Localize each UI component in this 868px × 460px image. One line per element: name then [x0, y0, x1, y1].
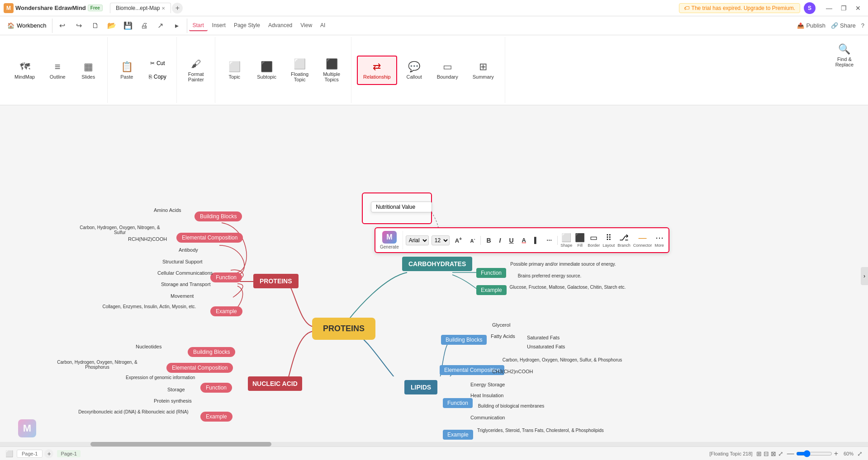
carb-brains-text: Brains preferred energy source.: [504, 273, 595, 278]
decrease-font-button[interactable]: A-: [467, 235, 478, 245]
increase-font-button[interactable]: A+: [452, 235, 465, 245]
summary-button[interactable]: ⊞ Summary: [467, 56, 499, 84]
avatar[interactable]: S: [804, 2, 816, 14]
nav-tab-insert[interactable]: Insert: [209, 20, 229, 31]
subtopic-button[interactable]: ⬛ Subtopic: [251, 56, 282, 84]
fit-view-icon[interactable]: ⊞: [756, 450, 762, 457]
carbohydrates-node[interactable]: CARBOHYDRATES: [402, 257, 472, 271]
nav-tab-advanced[interactable]: Advanced: [265, 20, 296, 31]
more-tools-button[interactable]: ▸: [169, 19, 185, 32]
add-tab-button[interactable]: +: [172, 3, 183, 14]
export-button[interactable]: ↗: [152, 19, 169, 32]
lipids-node[interactable]: LIPIDS: [404, 380, 437, 394]
outline-button[interactable]: ≡ Outline: [44, 56, 71, 84]
workbench-button[interactable]: 🏠 Workbench: [4, 20, 50, 31]
multiple-topics-button[interactable]: ⬛ MultipleTopics: [318, 54, 346, 87]
proteins-ec-node[interactable]: Elemental Composition: [176, 233, 243, 243]
layout-icon: ⠿: [606, 233, 612, 243]
print-button[interactable]: 🖨: [136, 20, 152, 32]
nav-tab-view[interactable]: View: [297, 20, 316, 31]
nucleic-fn-node[interactable]: Function: [200, 383, 232, 393]
zoom-in-icon[interactable]: +: [834, 450, 838, 458]
floating-topic-button[interactable]: ⬜ FloatingTopic: [285, 54, 314, 87]
lipids-bb-node[interactable]: Building Blocks: [441, 335, 487, 345]
proteins-movement-text: Movement: [171, 293, 194, 299]
nav-menu: Start Insert Page Style Advanced View AI: [189, 20, 329, 31]
center-node[interactable]: PROTEINS: [312, 318, 375, 340]
lipids-ex-node[interactable]: Example: [443, 430, 473, 440]
copy-button[interactable]: ⎘ Copy: [144, 71, 171, 83]
italic-button[interactable]: I: [497, 235, 504, 245]
nucleic-bb-node[interactable]: Building Blocks: [188, 347, 235, 357]
lipids-fn-node[interactable]: Function: [443, 398, 473, 408]
carb-fn-node[interactable]: Function: [476, 268, 506, 278]
chevron-left-icon: ›: [863, 273, 865, 279]
redo-button[interactable]: ↪: [71, 19, 87, 32]
status-bar: ⬜ Page-1 + Page-1 [Floating Topic 218] ⊞…: [0, 446, 868, 460]
grid-view-icon[interactable]: ⊠: [771, 450, 776, 457]
nucleic-ec-node[interactable]: Elemental Composition: [166, 363, 233, 373]
outline-icon: ≡: [55, 61, 61, 73]
cut-button[interactable]: ✂ Cut: [144, 57, 171, 69]
side-panel-toggle[interactable]: ›: [861, 267, 868, 285]
more-text-button[interactable]: ⋯: [544, 236, 555, 245]
boundary-button[interactable]: ▭ Boundary: [432, 56, 464, 84]
close-button[interactable]: ✕: [852, 3, 864, 14]
nucleic-ex-node[interactable]: Example: [200, 412, 232, 422]
open-button[interactable]: 📂: [104, 19, 120, 32]
save-button[interactable]: 💾: [120, 19, 136, 32]
callout-button[interactable]: 💬 Callout: [401, 56, 428, 84]
proteins-fn-node[interactable]: Function: [210, 272, 242, 282]
floating-topic-node[interactable]: Nutritional Value: [371, 202, 432, 212]
carb-ex-node[interactable]: Example: [476, 285, 507, 295]
slides-button[interactable]: ▦ Slides: [75, 56, 102, 84]
h-scrollbar[interactable]: [0, 442, 868, 446]
find-replace-button[interactable]: 🔍 Find &Replace: [830, 39, 859, 72]
tab-close-icon[interactable]: ✕: [161, 6, 165, 11]
relationship-button[interactable]: ⇄ Relationship: [357, 56, 397, 85]
highlight-button[interactable]: ▌: [531, 235, 541, 245]
nucleic-storage-text: Storage: [167, 387, 185, 392]
help-button[interactable]: ?: [861, 22, 864, 29]
page-view-icon[interactable]: ⬜: [5, 450, 13, 457]
underline-button[interactable]: U: [506, 235, 516, 245]
share-button[interactable]: 🔗 Share: [831, 22, 856, 29]
columns-view-icon[interactable]: ⊟: [764, 450, 769, 457]
font-family-select[interactable]: Arial: [406, 235, 429, 245]
mindmap-button[interactable]: 🗺 MindMap: [9, 56, 40, 84]
add-page-button[interactable]: +: [44, 449, 53, 458]
ai-generate-icon: M: [382, 231, 397, 244]
proteins-cellular-text: Cellular Communications: [157, 270, 213, 276]
nav-tab-pagestyle[interactable]: Page Style: [230, 20, 264, 31]
paste-icon: 📋: [121, 61, 133, 73]
font-color-button[interactable]: A: [519, 235, 529, 245]
topic-button[interactable]: ⬜ Topic: [221, 56, 248, 84]
nav-tab-start[interactable]: Start: [189, 20, 208, 31]
font-size-select[interactable]: 12: [432, 235, 450, 245]
fullscreen-icon[interactable]: ⤢: [778, 450, 783, 457]
lipids-carbon-text: Carbon, Hydrogen, Oxygen, Nitrogen, Sulf…: [492, 357, 632, 362]
lipids-fatty-text: Fatty Acids: [491, 333, 515, 339]
paste-button[interactable]: 📋 Paste: [113, 56, 140, 84]
proteins-node[interactable]: PROTEINS: [253, 274, 299, 288]
zoom-slider[interactable]: [796, 450, 832, 457]
proteins-ex-node[interactable]: Example: [210, 306, 242, 316]
more-group[interactable]: ⋯ More: [655, 233, 664, 248]
zoom-out-icon[interactable]: —: [787, 450, 794, 458]
undo-button[interactable]: ↩: [54, 19, 71, 32]
nucleic-node[interactable]: NUCLEIC ACID: [248, 376, 302, 391]
nucleic-protein-syn-text: Protein synthesis: [154, 398, 192, 404]
nav-tab-ai[interactable]: AI: [317, 20, 329, 31]
maximize-button[interactable]: ❐: [837, 3, 850, 14]
h-scrollbar-thumb[interactable]: [90, 442, 271, 446]
format-painter-button[interactable]: 🖌 FormatPainter: [182, 39, 209, 101]
page-1-tab[interactable]: Page-1: [17, 450, 43, 458]
publish-button[interactable]: 📤 Publish: [797, 22, 825, 29]
bold-button[interactable]: B: [484, 235, 493, 245]
new-button[interactable]: 🗋: [87, 20, 104, 32]
proteins-bb-node[interactable]: Building Blocks: [194, 211, 242, 221]
summary-icon: ⊞: [479, 61, 487, 73]
expand-icon[interactable]: ⤢: [857, 450, 863, 457]
minimize-button[interactable]: —: [823, 3, 835, 14]
active-tab[interactable]: Biomole...ept-Map ✕: [110, 3, 171, 13]
